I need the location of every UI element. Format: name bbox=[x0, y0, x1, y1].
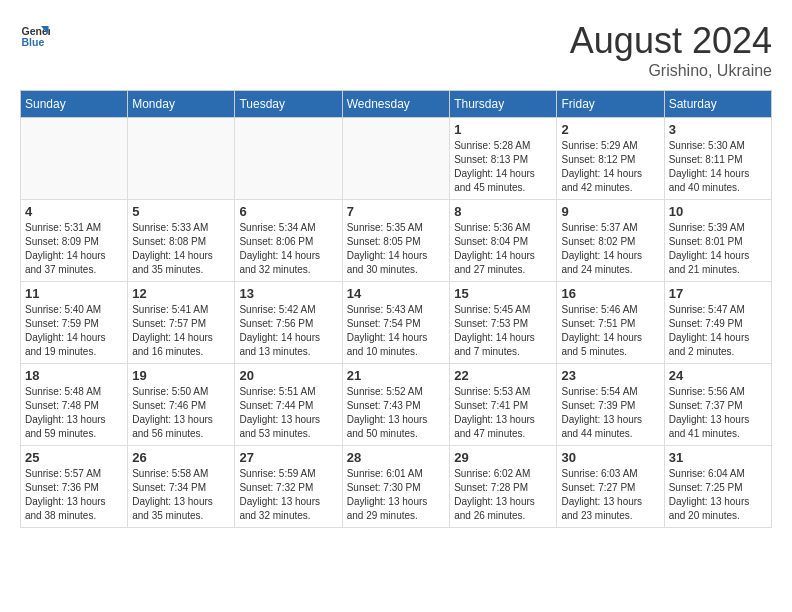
day-number: 14 bbox=[347, 286, 446, 301]
table-row: 27Sunrise: 5:59 AMSunset: 7:32 PMDayligh… bbox=[235, 446, 342, 528]
table-row: 1Sunrise: 5:28 AMSunset: 8:13 PMDaylight… bbox=[450, 118, 557, 200]
day-number: 9 bbox=[561, 204, 659, 219]
table-row: 13Sunrise: 5:42 AMSunset: 7:56 PMDayligh… bbox=[235, 282, 342, 364]
table-row: 16Sunrise: 5:46 AMSunset: 7:51 PMDayligh… bbox=[557, 282, 664, 364]
day-info: Sunrise: 5:28 AMSunset: 8:13 PMDaylight:… bbox=[454, 139, 552, 195]
table-row bbox=[235, 118, 342, 200]
day-number: 8 bbox=[454, 204, 552, 219]
day-info: Sunrise: 5:48 AMSunset: 7:48 PMDaylight:… bbox=[25, 385, 123, 441]
day-info: Sunrise: 5:31 AMSunset: 8:09 PMDaylight:… bbox=[25, 221, 123, 277]
day-number: 7 bbox=[347, 204, 446, 219]
page-header: General Blue August 2024 Grishino, Ukrai… bbox=[20, 20, 772, 80]
month-year-title: August 2024 bbox=[570, 20, 772, 62]
day-number: 24 bbox=[669, 368, 767, 383]
table-row: 12Sunrise: 5:41 AMSunset: 7:57 PMDayligh… bbox=[128, 282, 235, 364]
table-row: 17Sunrise: 5:47 AMSunset: 7:49 PMDayligh… bbox=[664, 282, 771, 364]
day-number: 12 bbox=[132, 286, 230, 301]
table-row: 3Sunrise: 5:30 AMSunset: 8:11 PMDaylight… bbox=[664, 118, 771, 200]
day-info: Sunrise: 5:42 AMSunset: 7:56 PMDaylight:… bbox=[239, 303, 337, 359]
week-row-1: 1Sunrise: 5:28 AMSunset: 8:13 PMDaylight… bbox=[21, 118, 772, 200]
day-number: 1 bbox=[454, 122, 552, 137]
day-number: 27 bbox=[239, 450, 337, 465]
day-number: 18 bbox=[25, 368, 123, 383]
day-info: Sunrise: 5:46 AMSunset: 7:51 PMDaylight:… bbox=[561, 303, 659, 359]
day-info: Sunrise: 6:01 AMSunset: 7:30 PMDaylight:… bbox=[347, 467, 446, 523]
day-info: Sunrise: 5:50 AMSunset: 7:46 PMDaylight:… bbox=[132, 385, 230, 441]
day-number: 15 bbox=[454, 286, 552, 301]
day-info: Sunrise: 5:36 AMSunset: 8:04 PMDaylight:… bbox=[454, 221, 552, 277]
day-number: 4 bbox=[25, 204, 123, 219]
day-info: Sunrise: 5:47 AMSunset: 7:49 PMDaylight:… bbox=[669, 303, 767, 359]
location-subtitle: Grishino, Ukraine bbox=[570, 62, 772, 80]
table-row: 14Sunrise: 5:43 AMSunset: 7:54 PMDayligh… bbox=[342, 282, 450, 364]
col-tuesday: Tuesday bbox=[235, 91, 342, 118]
day-number: 30 bbox=[561, 450, 659, 465]
day-number: 31 bbox=[669, 450, 767, 465]
col-thursday: Thursday bbox=[450, 91, 557, 118]
day-number: 2 bbox=[561, 122, 659, 137]
day-info: Sunrise: 5:57 AMSunset: 7:36 PMDaylight:… bbox=[25, 467, 123, 523]
col-monday: Monday bbox=[128, 91, 235, 118]
day-number: 22 bbox=[454, 368, 552, 383]
day-info: Sunrise: 6:04 AMSunset: 7:25 PMDaylight:… bbox=[669, 467, 767, 523]
table-row bbox=[342, 118, 450, 200]
table-row: 6Sunrise: 5:34 AMSunset: 8:06 PMDaylight… bbox=[235, 200, 342, 282]
day-info: Sunrise: 5:30 AMSunset: 8:11 PMDaylight:… bbox=[669, 139, 767, 195]
day-number: 5 bbox=[132, 204, 230, 219]
table-row: 30Sunrise: 6:03 AMSunset: 7:27 PMDayligh… bbox=[557, 446, 664, 528]
day-info: Sunrise: 6:03 AMSunset: 7:27 PMDaylight:… bbox=[561, 467, 659, 523]
day-info: Sunrise: 6:02 AMSunset: 7:28 PMDaylight:… bbox=[454, 467, 552, 523]
day-info: Sunrise: 5:43 AMSunset: 7:54 PMDaylight:… bbox=[347, 303, 446, 359]
table-row: 4Sunrise: 5:31 AMSunset: 8:09 PMDaylight… bbox=[21, 200, 128, 282]
logo: General Blue bbox=[20, 20, 50, 50]
table-row: 29Sunrise: 6:02 AMSunset: 7:28 PMDayligh… bbox=[450, 446, 557, 528]
day-number: 11 bbox=[25, 286, 123, 301]
table-row: 26Sunrise: 5:58 AMSunset: 7:34 PMDayligh… bbox=[128, 446, 235, 528]
day-info: Sunrise: 5:33 AMSunset: 8:08 PMDaylight:… bbox=[132, 221, 230, 277]
svg-text:Blue: Blue bbox=[22, 36, 45, 48]
week-row-4: 18Sunrise: 5:48 AMSunset: 7:48 PMDayligh… bbox=[21, 364, 772, 446]
day-info: Sunrise: 5:37 AMSunset: 8:02 PMDaylight:… bbox=[561, 221, 659, 277]
calendar-header-row: Sunday Monday Tuesday Wednesday Thursday… bbox=[21, 91, 772, 118]
col-saturday: Saturday bbox=[664, 91, 771, 118]
table-row: 25Sunrise: 5:57 AMSunset: 7:36 PMDayligh… bbox=[21, 446, 128, 528]
day-info: Sunrise: 5:39 AMSunset: 8:01 PMDaylight:… bbox=[669, 221, 767, 277]
day-info: Sunrise: 5:58 AMSunset: 7:34 PMDaylight:… bbox=[132, 467, 230, 523]
day-info: Sunrise: 5:54 AMSunset: 7:39 PMDaylight:… bbox=[561, 385, 659, 441]
day-number: 26 bbox=[132, 450, 230, 465]
table-row: 23Sunrise: 5:54 AMSunset: 7:39 PMDayligh… bbox=[557, 364, 664, 446]
table-row: 9Sunrise: 5:37 AMSunset: 8:02 PMDaylight… bbox=[557, 200, 664, 282]
table-row: 21Sunrise: 5:52 AMSunset: 7:43 PMDayligh… bbox=[342, 364, 450, 446]
day-info: Sunrise: 5:52 AMSunset: 7:43 PMDaylight:… bbox=[347, 385, 446, 441]
table-row: 31Sunrise: 6:04 AMSunset: 7:25 PMDayligh… bbox=[664, 446, 771, 528]
day-number: 28 bbox=[347, 450, 446, 465]
table-row: 2Sunrise: 5:29 AMSunset: 8:12 PMDaylight… bbox=[557, 118, 664, 200]
col-wednesday: Wednesday bbox=[342, 91, 450, 118]
day-number: 10 bbox=[669, 204, 767, 219]
col-friday: Friday bbox=[557, 91, 664, 118]
day-info: Sunrise: 5:56 AMSunset: 7:37 PMDaylight:… bbox=[669, 385, 767, 441]
day-number: 20 bbox=[239, 368, 337, 383]
day-info: Sunrise: 5:40 AMSunset: 7:59 PMDaylight:… bbox=[25, 303, 123, 359]
day-info: Sunrise: 5:53 AMSunset: 7:41 PMDaylight:… bbox=[454, 385, 552, 441]
day-number: 29 bbox=[454, 450, 552, 465]
day-number: 19 bbox=[132, 368, 230, 383]
day-number: 23 bbox=[561, 368, 659, 383]
week-row-5: 25Sunrise: 5:57 AMSunset: 7:36 PMDayligh… bbox=[21, 446, 772, 528]
week-row-3: 11Sunrise: 5:40 AMSunset: 7:59 PMDayligh… bbox=[21, 282, 772, 364]
day-info: Sunrise: 5:45 AMSunset: 7:53 PMDaylight:… bbox=[454, 303, 552, 359]
table-row: 11Sunrise: 5:40 AMSunset: 7:59 PMDayligh… bbox=[21, 282, 128, 364]
table-row: 19Sunrise: 5:50 AMSunset: 7:46 PMDayligh… bbox=[128, 364, 235, 446]
calendar-table: Sunday Monday Tuesday Wednesday Thursday… bbox=[20, 90, 772, 528]
table-row: 5Sunrise: 5:33 AMSunset: 8:08 PMDaylight… bbox=[128, 200, 235, 282]
day-info: Sunrise: 5:51 AMSunset: 7:44 PMDaylight:… bbox=[239, 385, 337, 441]
table-row: 18Sunrise: 5:48 AMSunset: 7:48 PMDayligh… bbox=[21, 364, 128, 446]
day-info: Sunrise: 5:34 AMSunset: 8:06 PMDaylight:… bbox=[239, 221, 337, 277]
week-row-2: 4Sunrise: 5:31 AMSunset: 8:09 PMDaylight… bbox=[21, 200, 772, 282]
table-row: 28Sunrise: 6:01 AMSunset: 7:30 PMDayligh… bbox=[342, 446, 450, 528]
table-row: 10Sunrise: 5:39 AMSunset: 8:01 PMDayligh… bbox=[664, 200, 771, 282]
title-area: August 2024 Grishino, Ukraine bbox=[570, 20, 772, 80]
day-number: 21 bbox=[347, 368, 446, 383]
table-row: 15Sunrise: 5:45 AMSunset: 7:53 PMDayligh… bbox=[450, 282, 557, 364]
table-row: 24Sunrise: 5:56 AMSunset: 7:37 PMDayligh… bbox=[664, 364, 771, 446]
